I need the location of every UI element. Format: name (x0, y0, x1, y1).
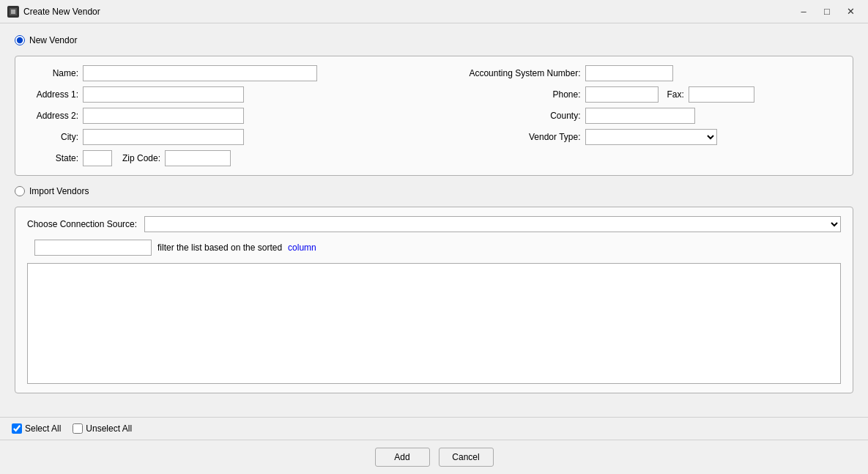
phone-label: Phone: (464, 89, 581, 100)
import-section: Choose Connection Source: filter the lis… (27, 216, 841, 384)
address2-row: Address 2: (27, 108, 434, 124)
select-all-checkbox[interactable] (12, 423, 22, 434)
address2-label: Address 2: (27, 111, 78, 121)
import-vendor-radio[interactable] (15, 186, 25, 196)
new-vendor-radio-section: New Vendor (15, 35, 853, 45)
state-input[interactable] (83, 150, 112, 166)
maximize-button[interactable]: □ (817, 4, 837, 19)
new-vendor-label[interactable]: New Vendor (29, 35, 77, 45)
select-all-label[interactable]: Select All (25, 423, 61, 434)
import-vendor-radio-section: Import Vendors (15, 186, 853, 196)
unselect-all-item: Unselect All (73, 423, 132, 434)
accounting-label: Accounting System Number: (464, 68, 581, 78)
address1-label: Address 1: (27, 89, 78, 100)
name-label: Name: (27, 68, 78, 78)
checkbox-row: Select All Unselect All (0, 417, 868, 440)
name-row: Name: (27, 65, 434, 81)
connection-row: Choose Connection Source: (27, 216, 841, 232)
name-input[interactable] (83, 65, 317, 81)
accounting-row: Accounting System Number: (464, 65, 842, 81)
filter-row: filter the list based on the sorted colu… (27, 240, 841, 256)
vendor-type-label: Vendor Type: (464, 132, 581, 142)
filter-column-link[interactable]: column (288, 242, 316, 253)
title-bar-left: Create New Vendor (7, 6, 100, 18)
minimize-button[interactable]: – (793, 4, 814, 19)
vendor-type-select[interactable] (585, 129, 717, 145)
vendor-type-row: Vendor Type: (464, 129, 842, 145)
close-button[interactable]: ✕ (840, 4, 861, 19)
accounting-input[interactable] (585, 65, 673, 81)
phone-fax-row: Phone: Fax: (464, 86, 842, 103)
address1-row: Address 1: (27, 86, 434, 103)
state-label: State: (27, 153, 78, 163)
footer: Add Cancel (0, 440, 868, 474)
zip-label: Zip Code: (122, 153, 160, 163)
cancel-button[interactable]: Cancel (439, 448, 494, 467)
select-all-item: Select All (12, 423, 61, 434)
county-row: County: (464, 108, 842, 124)
zip-input[interactable] (165, 150, 231, 166)
state-zip-row: State: Zip Code: (27, 150, 434, 166)
title-bar: Create New Vendor – □ ✕ (0, 0, 868, 23)
import-vendor-label[interactable]: Import Vendors (29, 186, 89, 196)
main-content: New Vendor Name: Address 1: Address 2: (0, 23, 868, 417)
new-vendor-group: Name: Address 1: Address 2: City: (15, 56, 853, 176)
window-title: Create New Vendor (23, 7, 100, 17)
filter-input[interactable] (34, 240, 152, 256)
phone-input[interactable] (585, 86, 659, 103)
title-bar-controls: – □ ✕ (793, 4, 861, 19)
form-left-column: Name: Address 1: Address 2: City: (27, 65, 434, 166)
unselect-all-checkbox[interactable] (73, 423, 83, 434)
connection-source-label: Choose Connection Source: (27, 219, 137, 229)
list-box[interactable] (27, 263, 841, 384)
fax-input[interactable] (689, 86, 754, 103)
county-input[interactable] (585, 108, 695, 124)
address1-input[interactable] (83, 86, 244, 103)
city-input[interactable] (83, 129, 244, 145)
connection-source-select[interactable] (144, 216, 841, 232)
form-right-column: Accounting System Number: Phone: Fax: Co… (434, 65, 842, 166)
new-vendor-radio[interactable] (15, 35, 25, 45)
county-label: County: (464, 111, 581, 121)
city-row: City: (27, 129, 434, 145)
import-vendor-group: Choose Connection Source: filter the lis… (15, 207, 853, 393)
app-icon (7, 6, 19, 18)
address2-input[interactable] (83, 108, 244, 124)
unselect-all-label[interactable]: Unselect All (86, 423, 132, 434)
fax-label: Fax: (667, 89, 684, 100)
filter-label: filter the list based on the sorted (157, 242, 282, 253)
svg-rect-1 (11, 10, 15, 14)
city-label: City: (27, 132, 78, 142)
add-button[interactable]: Add (375, 448, 430, 467)
vendor-form-grid: Name: Address 1: Address 2: City: (27, 65, 841, 166)
